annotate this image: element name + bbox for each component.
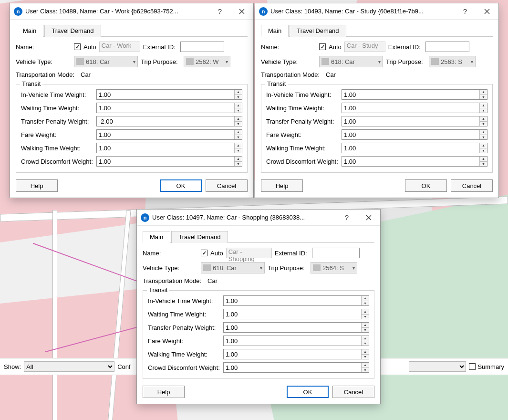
ok-button[interactable]: OK bbox=[287, 386, 329, 398]
walking-spinner[interactable]: 1.00▲▼ bbox=[342, 143, 487, 153]
close-icon[interactable] bbox=[477, 5, 497, 18]
transportation-mode-label: Transportation Mode: bbox=[16, 71, 78, 78]
in-vehicle-spinner[interactable]: 1.00▲▼ bbox=[342, 89, 487, 100]
waiting-spinner[interactable]: 1.00▲▼ bbox=[342, 103, 487, 113]
transportation-mode-label: Transportation Mode: bbox=[143, 277, 205, 284]
external-id-field[interactable] bbox=[425, 42, 469, 52]
external-id-field[interactable] bbox=[312, 248, 360, 258]
auto-checkbox[interactable] bbox=[201, 250, 207, 256]
app-icon: n bbox=[141, 213, 149, 222]
auto-checkbox[interactable] bbox=[319, 43, 326, 50]
trip-purpose-label: Trip Purpose: bbox=[268, 264, 308, 272]
help-icon[interactable]: ? bbox=[337, 211, 356, 224]
transit-fieldset: Transit In-Vehicle Time Weight:1.00▲▼ Wa… bbox=[16, 84, 248, 173]
name-label: Name: bbox=[16, 43, 71, 51]
cancel-button[interactable]: Cancel bbox=[206, 179, 248, 192]
vehicle-type-label: Vehicle Type: bbox=[16, 58, 71, 65]
titlebar[interactable]: n User Class: 10489, Name: Car - Work {b… bbox=[10, 3, 253, 20]
fare-spinner[interactable]: 1.00▲▼ bbox=[96, 129, 242, 140]
help-icon[interactable]: ? bbox=[456, 5, 475, 18]
name-label: Name: bbox=[261, 43, 316, 51]
close-icon[interactable] bbox=[232, 5, 251, 18]
tab-travel-demand[interactable]: Travel Demand bbox=[290, 25, 346, 37]
tab-bar: Main Travel Demand bbox=[16, 24, 248, 37]
external-id-label: External ID: bbox=[143, 43, 177, 51]
conf-label: Conf bbox=[117, 363, 130, 370]
waiting-label: Waiting Time Weight: bbox=[21, 105, 94, 112]
spin-up-icon: ▲ bbox=[235, 90, 242, 94]
fare-label: Fare Weight: bbox=[21, 131, 94, 138]
crowd-spinner[interactable]: 1.00▲▼ bbox=[223, 362, 369, 373]
name-label: Name: bbox=[143, 250, 198, 257]
auto-label: Auto bbox=[83, 43, 96, 51]
chevron-down-icon: ▾ bbox=[471, 59, 473, 64]
tab-main[interactable]: Main bbox=[143, 231, 170, 243]
titlebar[interactable]: n User Class: 10493, Name: Car - Study {… bbox=[255, 3, 498, 20]
purpose-icon bbox=[313, 264, 321, 271]
ok-button[interactable]: OK bbox=[160, 179, 202, 192]
cancel-button[interactable]: Cancel bbox=[332, 386, 374, 398]
tab-travel-demand[interactable]: Travel Demand bbox=[171, 231, 228, 243]
tab-main[interactable]: Main bbox=[16, 25, 43, 37]
help-icon[interactable]: ? bbox=[210, 5, 229, 18]
window-title: User Class: 10493, Name: Car - Study {60… bbox=[270, 8, 453, 15]
in-vehicle-spinner[interactable]: 1.00▲▼ bbox=[223, 295, 369, 306]
titlebar[interactable]: n User Class: 10497, Name: Car - Shoppin… bbox=[137, 210, 380, 226]
name-field[interactable]: Car - Study bbox=[344, 42, 385, 52]
chevron-down-icon: ▾ bbox=[226, 59, 228, 64]
transportation-mode-value: Car bbox=[207, 277, 218, 284]
right-select[interactable] bbox=[409, 361, 466, 372]
auto-checkbox[interactable] bbox=[74, 43, 81, 50]
in-vehicle-spinner[interactable]: 1.00▲▼ bbox=[96, 89, 242, 100]
transfer-spinner[interactable]: -2.00▲▼ bbox=[96, 116, 242, 126]
trip-purpose-combo[interactable]: 2562: W ▾ bbox=[184, 56, 230, 67]
vehicle-type-combo[interactable]: 618: Car ▾ bbox=[201, 262, 265, 273]
vehicle-type-combo[interactable]: 618: Car ▾ bbox=[74, 56, 138, 67]
help-button[interactable]: Help bbox=[16, 179, 58, 192]
window-title: User Class: 10489, Name: Car - Work {b62… bbox=[25, 8, 207, 15]
tab-main[interactable]: Main bbox=[261, 25, 289, 37]
name-field[interactable]: Car - Work bbox=[99, 42, 140, 52]
name-field[interactable]: Car - Shopping bbox=[226, 248, 272, 258]
transfer-spinner[interactable]: 1.00▲▼ bbox=[342, 116, 487, 126]
summary-label: Summary bbox=[477, 363, 504, 370]
transfer-spinner[interactable]: 1.00▲▼ bbox=[223, 322, 369, 333]
external-id-field[interactable] bbox=[180, 42, 224, 52]
in-vehicle-label: In-Vehicle Time Weight: bbox=[21, 91, 94, 98]
vehicle-type-combo[interactable]: 618: Car ▾ bbox=[319, 56, 383, 67]
waiting-spinner[interactable]: 1.00▲▼ bbox=[96, 103, 242, 113]
spin-down-icon: ▼ bbox=[235, 94, 242, 100]
crowd-spinner[interactable]: 1.00▲▼ bbox=[96, 156, 242, 167]
app-icon: n bbox=[259, 7, 268, 16]
purpose-icon bbox=[431, 58, 439, 65]
ok-button[interactable]: OK bbox=[405, 179, 447, 192]
show-select[interactable]: All bbox=[24, 361, 114, 372]
help-button[interactable]: Help bbox=[261, 179, 303, 192]
transit-fieldset: Transit In-Vehicle Time Weight:1.00▲▼ Wa… bbox=[143, 290, 374, 379]
chevron-down-icon: ▾ bbox=[260, 265, 262, 271]
trip-purpose-label: Trip Purpose: bbox=[386, 58, 426, 65]
car-icon bbox=[203, 264, 211, 271]
summary-checkbox[interactable] bbox=[469, 363, 476, 370]
show-label: Show: bbox=[4, 363, 21, 370]
trip-purpose-combo[interactable]: 2564: S ▾ bbox=[311, 262, 357, 273]
transit-legend: Transit bbox=[20, 80, 42, 87]
close-icon[interactable] bbox=[359, 211, 378, 224]
tab-travel-demand[interactable]: Travel Demand bbox=[44, 25, 101, 37]
transit-fieldset: Transit In-Vehicle Time Weight:1.00▲▼ Wa… bbox=[261, 84, 493, 173]
purpose-icon bbox=[186, 58, 194, 65]
transportation-mode-label: Transportation Mode: bbox=[261, 71, 323, 78]
waiting-spinner[interactable]: 1.00▲▼ bbox=[223, 309, 369, 319]
fare-spinner[interactable]: 1.00▲▼ bbox=[223, 336, 369, 346]
auto-label: Auto bbox=[210, 250, 223, 257]
summary-checkbox-wrap[interactable]: Summary bbox=[469, 363, 504, 370]
walking-spinner[interactable]: 1.00▲▼ bbox=[223, 349, 369, 359]
transit-legend: Transit bbox=[265, 80, 288, 87]
cancel-button[interactable]: Cancel bbox=[451, 179, 493, 192]
crowd-spinner[interactable]: 1.00▲▼ bbox=[342, 156, 487, 167]
help-button[interactable]: Help bbox=[143, 386, 185, 398]
trip-purpose-combo[interactable]: 2563: S ▾ bbox=[429, 56, 476, 67]
walking-spinner[interactable]: 1.00▲▼ bbox=[96, 143, 242, 153]
fare-spinner[interactable]: 1.00▲▼ bbox=[342, 129, 487, 140]
chevron-down-icon: ▾ bbox=[133, 59, 135, 64]
